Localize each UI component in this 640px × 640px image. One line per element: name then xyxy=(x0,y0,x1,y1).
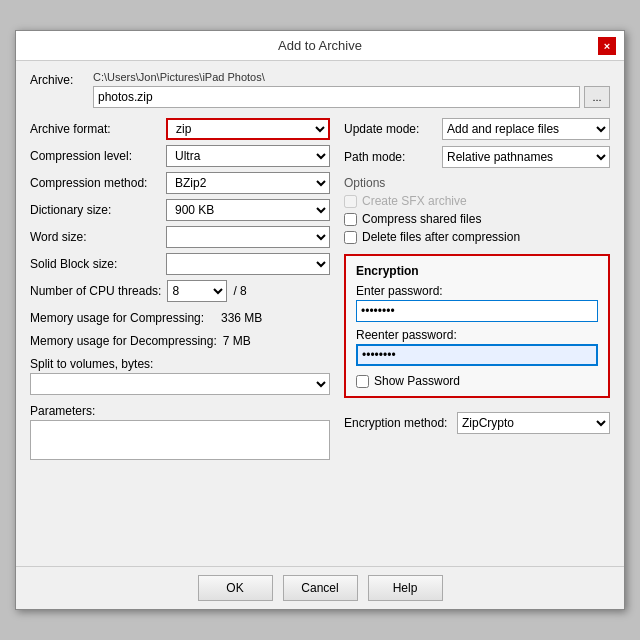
mem-decompress-row: Memory usage for Decompressing: 7 MB xyxy=(30,334,330,348)
split-row: Split to volumes, bytes: xyxy=(30,357,330,395)
create-sfx-label: Create SFX archive xyxy=(362,194,467,208)
dialog-title: Add to Archive xyxy=(42,38,598,53)
options-label: Options xyxy=(344,176,385,190)
solid-block-select[interactable] xyxy=(166,253,330,275)
help-button[interactable]: Help xyxy=(368,575,443,601)
archive-format-label: Archive format: xyxy=(30,122,160,136)
compression-method-select[interactable]: BZip2 xyxy=(166,172,330,194)
show-pw-label: Show Password xyxy=(374,374,460,388)
mem-compress-row: Memory usage for Compressing: 336 MB xyxy=(30,311,330,325)
enter-pw-input[interactable] xyxy=(356,300,598,322)
reenter-pw-label: Reenter password: xyxy=(356,328,598,342)
mem-decompress-label: Memory usage for Decompressing: xyxy=(30,334,217,348)
compression-method-label: Compression method: xyxy=(30,176,160,190)
two-col-layout: Archive format: zip Compression level: U… xyxy=(30,118,610,556)
enc-method-select[interactable]: ZipCrypto xyxy=(457,412,610,434)
title-bar: Add to Archive × xyxy=(16,31,624,61)
show-pw-row: Show Password xyxy=(356,374,598,388)
archive-path-line: ... xyxy=(93,86,610,108)
dialog-footer: OK Cancel Help xyxy=(16,566,624,609)
archive-filename-input[interactable] xyxy=(93,86,580,108)
archive-format-select[interactable]: zip xyxy=(166,118,330,140)
dictionary-size-select[interactable]: 900 KB xyxy=(166,199,330,221)
word-size-row: Word size: xyxy=(30,226,330,248)
params-input[interactable] xyxy=(30,420,330,460)
create-sfx-checkbox[interactable] xyxy=(344,195,357,208)
cpu-threads-row: Number of CPU threads: 8 / 8 xyxy=(30,280,330,302)
compress-shared-label: Compress shared files xyxy=(362,212,481,226)
options-group: Options Create SFX archive Compress shar… xyxy=(344,176,610,244)
show-pw-checkbox[interactable] xyxy=(356,375,369,388)
delete-files-checkbox[interactable] xyxy=(344,231,357,244)
close-button[interactable]: × xyxy=(598,37,616,55)
update-mode-select[interactable]: Add and replace files xyxy=(442,118,610,140)
path-mode-select[interactable]: Relative pathnames xyxy=(442,146,610,168)
split-select[interactable] xyxy=(30,373,330,395)
path-mode-label: Path mode: xyxy=(344,150,434,164)
params-label: Parameters: xyxy=(30,404,330,418)
right-column: Update mode: Add and replace files Path … xyxy=(344,118,610,556)
archive-path-text: C:\Users\Jon\Pictures\iPad Photos\ xyxy=(93,71,610,83)
compress-shared-row: Compress shared files xyxy=(344,212,610,226)
archive-row: Archive: C:\Users\Jon\Pictures\iPad Phot… xyxy=(30,71,610,108)
cancel-button[interactable]: Cancel xyxy=(283,575,358,601)
reenter-pw-input[interactable] xyxy=(356,344,598,366)
browse-button[interactable]: ... xyxy=(584,86,610,108)
archive-path-col: C:\Users\Jon\Pictures\iPad Photos\ ... xyxy=(93,71,610,108)
mem-compress-label: Memory usage for Compressing: xyxy=(30,311,215,325)
cpu-threads-select[interactable]: 8 xyxy=(167,280,227,302)
compression-level-label: Compression level: xyxy=(30,149,160,163)
encryption-box: Encryption Enter password: Reenter passw… xyxy=(344,254,610,398)
word-size-select[interactable] xyxy=(166,226,330,248)
ok-button[interactable]: OK xyxy=(198,575,273,601)
solid-block-row: Solid Block size: xyxy=(30,253,330,275)
compression-level-row: Compression level: Ultra xyxy=(30,145,330,167)
word-size-label: Word size: xyxy=(30,230,160,244)
mem-decompress-value: 7 MB xyxy=(223,334,251,348)
enter-pw-label: Enter password: xyxy=(356,284,598,298)
archive-format-row: Archive format: zip xyxy=(30,118,330,140)
add-to-archive-dialog: Add to Archive × Archive: C:\Users\Jon\P… xyxy=(15,30,625,610)
cpu-threads-of: / 8 xyxy=(233,284,246,298)
dictionary-size-row: Dictionary size: 900 KB xyxy=(30,199,330,221)
params-row: Parameters: xyxy=(30,400,330,463)
dialog-body: Archive: C:\Users\Jon\Pictures\iPad Phot… xyxy=(16,61,624,566)
split-label: Split to volumes, bytes: xyxy=(30,357,330,371)
compression-method-row: Compression method: BZip2 xyxy=(30,172,330,194)
solid-block-label: Solid Block size: xyxy=(30,257,160,271)
compress-shared-checkbox[interactable] xyxy=(344,213,357,226)
update-mode-row: Update mode: Add and replace files xyxy=(344,118,610,140)
delete-files-row: Delete files after compression xyxy=(344,230,610,244)
delete-files-label: Delete files after compression xyxy=(362,230,520,244)
encryption-title: Encryption xyxy=(356,264,598,278)
enc-method-label: Encryption method: xyxy=(344,416,449,430)
cpu-threads-label: Number of CPU threads: xyxy=(30,284,161,298)
create-sfx-row: Create SFX archive xyxy=(344,194,610,208)
mem-compress-value: 336 MB xyxy=(221,311,262,325)
compression-level-select[interactable]: Ultra xyxy=(166,145,330,167)
path-mode-row: Path mode: Relative pathnames xyxy=(344,146,610,168)
left-column: Archive format: zip Compression level: U… xyxy=(30,118,330,556)
dictionary-size-label: Dictionary size: xyxy=(30,203,160,217)
enc-method-row: Encryption method: ZipCrypto xyxy=(344,412,610,434)
archive-label: Archive: xyxy=(30,71,85,87)
update-mode-label: Update mode: xyxy=(344,122,434,136)
